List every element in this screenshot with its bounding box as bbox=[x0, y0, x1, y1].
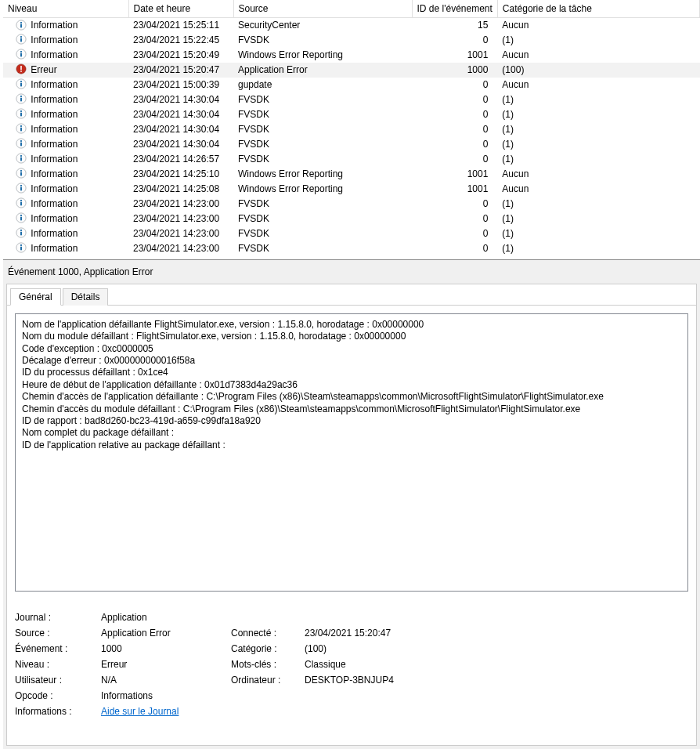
tab-content-general: Nom de l'application défaillante FlightS… bbox=[7, 306, 696, 745]
help-link[interactable]: Aide sur le Journal bbox=[101, 706, 179, 717]
description-box[interactable]: Nom de l'application défaillante FlightS… bbox=[15, 313, 688, 592]
svg-point-37 bbox=[20, 200, 22, 201]
cell-category: (1) bbox=[497, 152, 699, 167]
cell-category: (1) bbox=[497, 226, 699, 241]
table-row[interactable]: Information23/04/2021 14:23:00FVSDK0(1) bbox=[3, 226, 700, 241]
event-label: Événement : bbox=[15, 643, 101, 654]
table-row[interactable]: Information23/04/2021 14:25:10Windows Er… bbox=[3, 167, 700, 182]
cell-eventid: 0 bbox=[412, 33, 497, 48]
cell-source: FVSDK bbox=[233, 212, 412, 226]
cell-category: (1) bbox=[497, 241, 699, 256]
cell-datetime: 23/04/2021 15:22:45 bbox=[128, 33, 233, 48]
opcode-label: Opcode : bbox=[15, 690, 101, 701]
svg-point-22 bbox=[20, 125, 22, 127]
info-icon bbox=[16, 20, 27, 31]
col-eventid[interactable]: ID de l'événement bbox=[412, 0, 497, 18]
description-line: Décalage d'erreur : 0x000000000016f58a bbox=[22, 355, 681, 367]
cell-category: (100) bbox=[497, 63, 699, 78]
cell-eventid: 0 bbox=[412, 212, 497, 226]
svg-point-34 bbox=[20, 185, 22, 186]
cell-datetime: 23/04/2021 14:26:57 bbox=[128, 152, 233, 167]
cell-eventid: 0 bbox=[412, 122, 497, 137]
col-source[interactable]: Source bbox=[233, 0, 412, 18]
table-row[interactable]: Information23/04/2021 14:30:04FVSDK0(1) bbox=[3, 107, 700, 122]
table-row[interactable]: Information23/04/2021 14:30:04FVSDK0(1) bbox=[3, 92, 700, 107]
cell-eventid: 0 bbox=[412, 226, 497, 241]
cell-datetime: 23/04/2021 14:30:04 bbox=[128, 122, 233, 137]
tab-general[interactable]: Général bbox=[10, 288, 61, 306]
table-row[interactable]: Information23/04/2021 14:30:04FVSDK0(1) bbox=[3, 122, 700, 137]
cell-source: gupdate bbox=[233, 78, 412, 92]
col-level[interactable]: Niveau bbox=[3, 0, 128, 18]
cell-datetime: 23/04/2021 14:23:00 bbox=[128, 226, 233, 241]
tab-details[interactable]: Détails bbox=[63, 288, 109, 306]
info-icon bbox=[16, 227, 27, 238]
table-row[interactable]: Erreur23/04/2021 15:20:47Application Err… bbox=[3, 63, 700, 78]
cell-datetime: 23/04/2021 15:25:11 bbox=[128, 18, 233, 33]
description-line: Nom de l'application défaillante FlightS… bbox=[22, 319, 681, 331]
error-icon bbox=[16, 63, 27, 74]
cell-category: (1) bbox=[497, 197, 699, 212]
cell-datetime: 23/04/2021 14:30:04 bbox=[128, 137, 233, 152]
svg-rect-14 bbox=[20, 83, 22, 87]
table-row[interactable]: Information23/04/2021 15:22:45FVSDK0(1) bbox=[3, 33, 700, 48]
cell-level: Information bbox=[3, 182, 128, 197]
detail-panel: Événement 1000, Application Error Généra… bbox=[3, 260, 700, 749]
description-line: Nom complet du package défaillant : bbox=[22, 427, 681, 439]
info-icon bbox=[16, 197, 27, 208]
connected-value: 23/04/2021 15:20:47 bbox=[305, 628, 688, 639]
user-label: Utilisateur : bbox=[15, 675, 101, 686]
cell-eventid: 1000 bbox=[412, 63, 497, 78]
cell-eventid: 1001 bbox=[412, 167, 497, 182]
level-value: Erreur bbox=[101, 659, 231, 670]
table-row[interactable]: Information23/04/2021 14:23:00FVSDK0(1) bbox=[3, 212, 700, 226]
svg-point-43 bbox=[20, 230, 22, 231]
table-row[interactable]: Information23/04/2021 15:25:11SecurityCe… bbox=[3, 18, 700, 33]
cell-source: FVSDK bbox=[233, 226, 412, 241]
keywords-label: Mots-clés : bbox=[231, 659, 305, 670]
cell-level: Erreur bbox=[3, 63, 128, 78]
col-datetime[interactable]: Date et heure bbox=[128, 0, 233, 18]
svg-point-46 bbox=[20, 244, 22, 246]
info-icon bbox=[16, 183, 27, 194]
cell-level: Information bbox=[3, 152, 128, 167]
table-row[interactable]: Information23/04/2021 14:25:08Windows Er… bbox=[3, 182, 700, 197]
source-label: Source : bbox=[15, 628, 101, 639]
cell-datetime: 23/04/2021 14:30:04 bbox=[128, 107, 233, 122]
cell-datetime: 23/04/2021 14:25:10 bbox=[128, 167, 233, 182]
info-icon bbox=[16, 93, 27, 104]
table-row[interactable]: Information23/04/2021 14:23:00FVSDK0(1) bbox=[3, 241, 700, 256]
svg-rect-26 bbox=[20, 143, 22, 147]
cell-level: Information bbox=[3, 241, 128, 256]
col-category[interactable]: Catégorie de la tâche bbox=[497, 0, 699, 18]
cell-category: (1) bbox=[497, 107, 699, 122]
table-header-row: Niveau Date et heure Source ID de l'évén… bbox=[3, 0, 700, 18]
svg-rect-35 bbox=[20, 187, 22, 191]
detail-body: Général Détails Nom de l'application déf… bbox=[6, 284, 697, 746]
cell-level: Information bbox=[3, 197, 128, 212]
cell-category: Aucun bbox=[497, 18, 699, 33]
cell-eventid: 1001 bbox=[412, 182, 497, 197]
cell-level: Information bbox=[3, 226, 128, 241]
event-list[interactable]: Niveau Date et heure Source ID de l'évén… bbox=[3, 0, 700, 260]
cell-source: FVSDK bbox=[233, 122, 412, 137]
cell-source: Windows Error Reporting bbox=[233, 182, 412, 197]
cell-datetime: 23/04/2021 15:20:49 bbox=[128, 48, 233, 63]
cell-datetime: 23/04/2021 14:23:00 bbox=[128, 212, 233, 226]
svg-rect-41 bbox=[20, 217, 22, 221]
table-row[interactable]: Information23/04/2021 14:26:57FVSDK0(1) bbox=[3, 152, 700, 167]
svg-rect-17 bbox=[20, 98, 22, 102]
svg-rect-23 bbox=[20, 128, 22, 132]
cell-datetime: 23/04/2021 14:30:04 bbox=[128, 92, 233, 107]
svg-point-7 bbox=[20, 51, 22, 52]
table-row[interactable]: Information23/04/2021 14:23:00FVSDK0(1) bbox=[3, 197, 700, 212]
svg-point-40 bbox=[20, 215, 22, 216]
cell-eventid: 0 bbox=[412, 197, 497, 212]
cell-category: (1) bbox=[497, 122, 699, 137]
table-row[interactable]: Information23/04/2021 15:20:49Windows Er… bbox=[3, 48, 700, 63]
cell-level: Information bbox=[3, 167, 128, 182]
svg-rect-5 bbox=[20, 38, 22, 42]
table-row[interactable]: Information23/04/2021 15:00:39gupdate0Au… bbox=[3, 78, 700, 92]
svg-rect-47 bbox=[20, 247, 22, 251]
table-row[interactable]: Information23/04/2021 14:30:04FVSDK0(1) bbox=[3, 137, 700, 152]
